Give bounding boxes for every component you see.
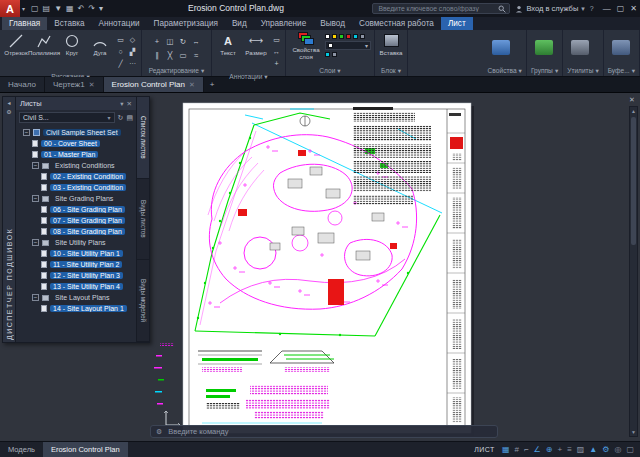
circle-button[interactable]: Круг bbox=[59, 32, 85, 56]
layer-chip-b-5[interactable] bbox=[360, 34, 365, 39]
scrollbar-thumb[interactable] bbox=[631, 117, 636, 245]
app-menu-button[interactable]: A bbox=[0, 0, 20, 17]
dimension-button[interactable]: ⟷ Размер bbox=[243, 32, 269, 56]
new-tab-button[interactable]: + bbox=[204, 77, 221, 92]
isolate-objects-icon[interactable]: ◎ bbox=[614, 445, 621, 454]
group-icon-1[interactable] bbox=[535, 40, 553, 55]
command-input[interactable] bbox=[166, 426, 492, 437]
clean-screen-icon[interactable]: ▢ bbox=[626, 445, 634, 454]
command-customize-icon[interactable]: ⚙ bbox=[156, 428, 162, 436]
ribbon-tab-2[interactable]: Аннотации bbox=[92, 17, 147, 30]
text-button[interactable]: А Текст bbox=[215, 32, 241, 56]
panel-annotate-expand-icon[interactable]: ▾ bbox=[264, 71, 267, 82]
layer-chip-1[interactable] bbox=[332, 34, 337, 39]
tree-sheet-item-5[interactable]: 03 - Existing Condition bbox=[18, 182, 136, 193]
erase-icon[interactable]: ╳ bbox=[164, 49, 176, 62]
polar-icon[interactable]: ∠ bbox=[534, 445, 541, 454]
scroll-down-icon[interactable]: ▼ bbox=[630, 428, 637, 436]
file-tab-0[interactable]: Начало bbox=[0, 77, 45, 92]
palette-menu-icon[interactable]: ▾ bbox=[120, 100, 123, 108]
polyline-button[interactable]: Полилиния bbox=[31, 32, 57, 56]
group-icon-3[interactable] bbox=[612, 40, 630, 55]
viewport-close-icon[interactable]: ✕ bbox=[627, 95, 637, 105]
tree-collapse-icon-15[interactable]: − bbox=[32, 294, 39, 301]
vertical-scrollbar[interactable]: ▲ ▼ bbox=[629, 106, 638, 437]
palette-side-tab-0[interactable]: Список листов bbox=[137, 97, 149, 179]
scroll-up-icon[interactable]: ▲ bbox=[630, 107, 637, 115]
ribbon-tab-4[interactable]: Вид bbox=[225, 17, 254, 30]
undo-icon[interactable]: ↶ bbox=[78, 4, 85, 13]
close-icon[interactable]: ✕ bbox=[630, 4, 637, 13]
palette-spine[interactable]: ◂ ⚙ ДИСПЕТЧЕР ПОДШИВОК bbox=[2, 96, 16, 343]
ribbon-tab-8[interactable]: Лист bbox=[441, 17, 473, 30]
open-file-icon[interactable]: ▤ bbox=[43, 4, 51, 13]
tree-group-item-15[interactable]: −Site Layout Plans bbox=[18, 292, 136, 303]
group-icon-2[interactable] bbox=[571, 40, 589, 55]
ribbon-tab-0[interactable]: Главная bbox=[2, 17, 47, 30]
line-button[interactable]: Отрезок bbox=[3, 32, 29, 56]
autohide-icon[interactable]: ◂ bbox=[7, 99, 10, 106]
qat-menu-icon[interactable]: ▾ bbox=[99, 4, 103, 13]
panel-block-expand-icon[interactable]: ▾ bbox=[398, 65, 401, 76]
stretch-icon[interactable]: ↔ bbox=[190, 35, 202, 48]
sheet-set-dropdown[interactable]: Civil S... ▾ bbox=[19, 112, 115, 123]
panel-group-expand-icon-0[interactable]: ▾ bbox=[519, 65, 522, 76]
layout-tab-erosion-control-plan[interactable]: Erosion Control Plan bbox=[43, 442, 128, 457]
tree-sheet-item-4[interactable]: 02 - Existing Condition bbox=[18, 171, 136, 182]
palette-properties-icon[interactable]: ⚙ bbox=[6, 108, 11, 115]
ribbon-tab-1[interactable]: Вставка bbox=[47, 17, 91, 30]
offset-icon[interactable]: ▭ bbox=[177, 49, 189, 62]
search-icon[interactable] bbox=[498, 5, 506, 13]
search-input[interactable] bbox=[376, 4, 496, 13]
osnap-icon[interactable]: ⊕ bbox=[546, 445, 553, 454]
tree-sheet-item-14[interactable]: 13 - Site Utility Plan 4 bbox=[18, 281, 136, 292]
tree-group-item-3[interactable]: −Existing Conditions bbox=[18, 160, 136, 171]
ribbon-tab-5[interactable]: Управление bbox=[254, 17, 314, 30]
workspace-gear-icon[interactable]: ⚙ bbox=[602, 445, 609, 454]
file-tab-close-icon-2[interactable]: ✕ bbox=[189, 81, 195, 89]
ribbon-tab-6[interactable]: Вывод bbox=[313, 17, 352, 30]
ortho-icon[interactable]: ⌐ bbox=[524, 445, 529, 454]
publish-icon[interactable]: ▤ bbox=[126, 114, 133, 122]
tree-collapse-icon-0[interactable]: − bbox=[23, 129, 30, 136]
otrack-icon[interactable]: + bbox=[557, 445, 562, 454]
file-tab-2[interactable]: Erosion Control Plan✕ bbox=[104, 77, 204, 92]
layer-properties-button[interactable]: Свойства слоя bbox=[289, 32, 323, 60]
tree-group-item-10[interactable]: −Site Utility Plans bbox=[18, 237, 136, 248]
transparency-icon[interactable]: ▨ bbox=[577, 445, 585, 454]
refresh-sheet-set-icon[interactable]: ↻ bbox=[118, 114, 124, 122]
layer-chip-2[interactable] bbox=[339, 34, 344, 39]
sign-in-arrow-icon[interactable]: ▾ bbox=[581, 5, 585, 13]
maximize-icon[interactable]: ▢ bbox=[617, 4, 625, 13]
tree-sheet-item-8[interactable]: 07 - Site Grading Plan bbox=[18, 215, 136, 226]
grid-icon[interactable]: ▦ bbox=[502, 445, 510, 454]
tree-group-item-6[interactable]: −Site Grading Plans bbox=[18, 193, 136, 204]
sheet-set-dropdown-arrow-icon[interactable]: ▾ bbox=[107, 114, 110, 121]
palette-side-tab-1[interactable]: Виды листов bbox=[137, 179, 149, 261]
layer-chip-4[interactable] bbox=[325, 52, 330, 57]
ribbon-tab-3[interactable]: Параметризация bbox=[147, 17, 225, 30]
save-icon[interactable]: ▼ bbox=[54, 4, 62, 13]
table-icon[interactable]: + bbox=[271, 58, 282, 69]
construction-line-icon[interactable]: ╱ bbox=[115, 58, 126, 69]
more-draw-icon[interactable]: ⋯ bbox=[127, 58, 138, 69]
minimize-icon[interactable]: — bbox=[603, 4, 611, 13]
arc-button[interactable]: Дуга bbox=[87, 32, 113, 56]
model-tab[interactable]: Модель bbox=[0, 442, 43, 457]
group-icon-0[interactable] bbox=[492, 40, 510, 55]
tree-sheet-item-1[interactable]: 00 - Cover Sheet bbox=[18, 138, 136, 149]
layer-dropdown[interactable]: ▾ bbox=[325, 41, 371, 50]
space-mode-label[interactable]: ЛИСТ bbox=[474, 446, 495, 453]
palette-side-tab-2[interactable]: Виды моделей bbox=[137, 260, 149, 342]
leader-icon[interactable]: ▭ bbox=[271, 34, 282, 45]
panel-group-expand-icon-1[interactable]: ▾ bbox=[555, 65, 558, 76]
layer-chip-5[interactable] bbox=[332, 52, 337, 57]
rotate-icon[interactable]: ↻ bbox=[177, 35, 189, 48]
lineweight-icon[interactable]: ≡ bbox=[567, 445, 572, 454]
tree-collapse-icon-6[interactable]: − bbox=[32, 195, 39, 202]
app-menu-arrow-icon[interactable]: ▾ bbox=[22, 5, 25, 12]
layer-chip-3[interactable] bbox=[346, 34, 351, 39]
palette-close-icon[interactable]: ✕ bbox=[127, 100, 132, 108]
tree-sheet-item-16[interactable]: 14 - Site Layout Plan 1 bbox=[18, 303, 136, 314]
insert-block-button[interactable]: Вставка bbox=[378, 32, 404, 56]
